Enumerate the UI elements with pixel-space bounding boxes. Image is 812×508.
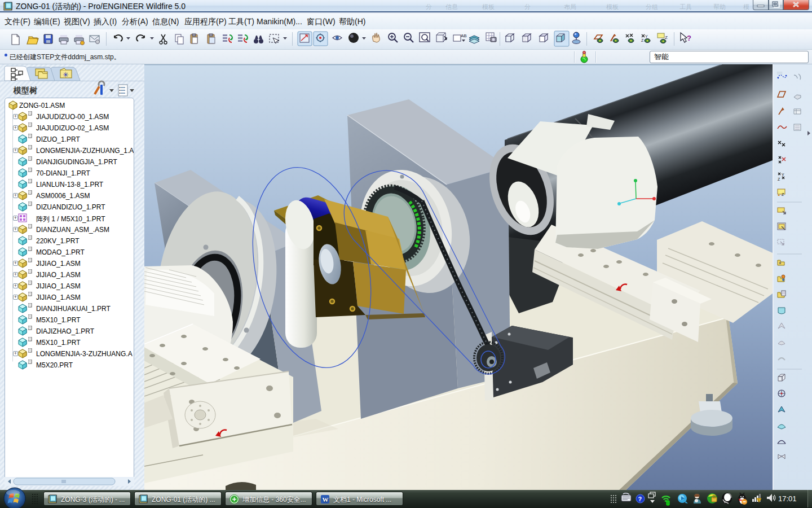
svg-text:Y: Y: [782, 173, 784, 177]
svg-text:Z: Z: [641, 38, 644, 42]
svg-text:模型树: 模型树: [13, 86, 38, 95]
svg-text:?: ?: [687, 34, 691, 42]
svg-text:Z: Z: [778, 177, 780, 181]
svg-text:?: ?: [638, 496, 642, 502]
svg-text:Z: Z: [782, 192, 784, 196]
svg-text:W: W: [323, 496, 329, 503]
svg-text:Z: Z: [665, 35, 668, 40]
svg-text:Y: Y: [645, 34, 648, 38]
svg-text:!: !: [758, 498, 760, 502]
svg-text:✳: ✳: [63, 71, 69, 79]
svg-text:AB: AB: [461, 33, 467, 38]
